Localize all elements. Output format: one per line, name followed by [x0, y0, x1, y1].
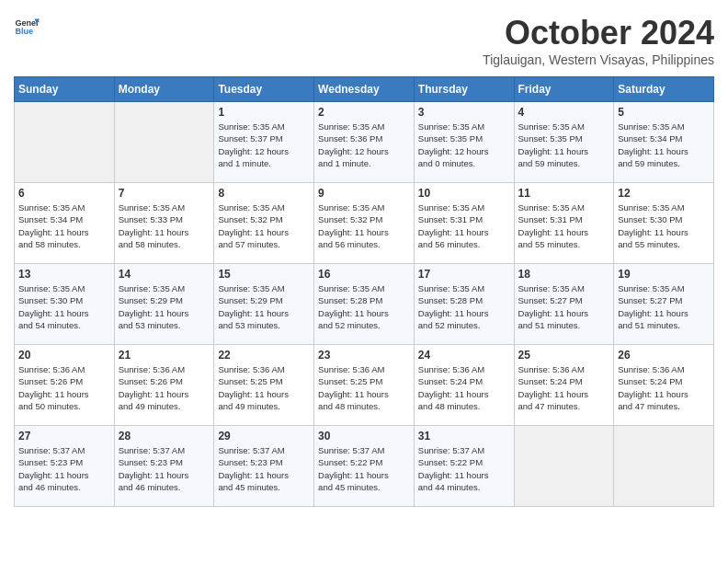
- day-cell: 3Sunrise: 5:35 AM Sunset: 5:35 PM Daylig…: [414, 102, 514, 183]
- day-number: 19: [618, 268, 710, 281]
- day-cell: [614, 426, 714, 507]
- day-cell: 12Sunrise: 5:35 AM Sunset: 5:30 PM Dayli…: [614, 183, 714, 264]
- week-row-0: 1Sunrise: 5:35 AM Sunset: 5:37 PM Daylig…: [15, 102, 714, 183]
- day-number: 1: [218, 106, 310, 119]
- header-cell-tuesday: Tuesday: [214, 77, 314, 102]
- day-cell: 13Sunrise: 5:35 AM Sunset: 5:30 PM Dayli…: [15, 264, 115, 345]
- day-cell: [114, 102, 214, 183]
- day-cell: 28Sunrise: 5:37 AM Sunset: 5:23 PM Dayli…: [114, 426, 214, 507]
- day-cell: 6Sunrise: 5:35 AM Sunset: 5:34 PM Daylig…: [15, 183, 115, 264]
- day-number: 5: [618, 106, 710, 119]
- day-number: 3: [418, 106, 510, 119]
- day-cell: 2Sunrise: 5:35 AM Sunset: 5:36 PM Daylig…: [314, 102, 415, 183]
- day-info: Sunrise: 5:37 AM Sunset: 5:23 PM Dayligh…: [18, 444, 110, 493]
- day-info: Sunrise: 5:35 AM Sunset: 5:28 PM Dayligh…: [318, 282, 410, 331]
- day-cell: 30Sunrise: 5:37 AM Sunset: 5:22 PM Dayli…: [314, 426, 415, 507]
- day-info: Sunrise: 5:35 AM Sunset: 5:27 PM Dayligh…: [518, 282, 610, 331]
- day-number: 22: [218, 349, 310, 362]
- day-cell: 4Sunrise: 5:35 AM Sunset: 5:35 PM Daylig…: [514, 102, 614, 183]
- day-number: 27: [18, 430, 110, 442]
- calendar-table: SundayMondayTuesdayWednesdayThursdayFrid…: [14, 76, 714, 507]
- day-info: Sunrise: 5:36 AM Sunset: 5:24 PM Dayligh…: [418, 363, 510, 412]
- day-cell: 7Sunrise: 5:35 AM Sunset: 5:33 PM Daylig…: [114, 183, 214, 264]
- day-cell: 29Sunrise: 5:37 AM Sunset: 5:23 PM Dayli…: [214, 426, 314, 507]
- day-cell: 17Sunrise: 5:35 AM Sunset: 5:28 PM Dayli…: [414, 264, 514, 345]
- calendar-header: SundayMondayTuesdayWednesdayThursdayFrid…: [15, 77, 714, 102]
- day-number: 26: [618, 349, 710, 362]
- day-number: 11: [518, 187, 610, 200]
- header-row: SundayMondayTuesdayWednesdayThursdayFrid…: [15, 77, 714, 102]
- day-number: 28: [119, 430, 210, 442]
- day-cell: 23Sunrise: 5:36 AM Sunset: 5:25 PM Dayli…: [314, 345, 415, 426]
- day-info: Sunrise: 5:36 AM Sunset: 5:26 PM Dayligh…: [119, 363, 210, 412]
- day-info: Sunrise: 5:35 AM Sunset: 5:32 PM Dayligh…: [218, 201, 310, 250]
- week-row-2: 13Sunrise: 5:35 AM Sunset: 5:30 PM Dayli…: [15, 264, 714, 345]
- day-info: Sunrise: 5:35 AM Sunset: 5:35 PM Dayligh…: [418, 121, 510, 169]
- day-info: Sunrise: 5:35 AM Sunset: 5:29 PM Dayligh…: [119, 282, 210, 331]
- header-cell-sunday: Sunday: [15, 77, 115, 102]
- header-cell-saturday: Saturday: [614, 77, 714, 102]
- day-cell: 26Sunrise: 5:36 AM Sunset: 5:24 PM Dayli…: [614, 345, 714, 426]
- week-row-4: 27Sunrise: 5:37 AM Sunset: 5:23 PM Dayli…: [15, 426, 714, 507]
- day-cell: 27Sunrise: 5:37 AM Sunset: 5:23 PM Dayli…: [15, 426, 115, 507]
- day-info: Sunrise: 5:35 AM Sunset: 5:30 PM Dayligh…: [18, 282, 110, 331]
- day-number: 13: [18, 268, 110, 281]
- day-number: 10: [418, 187, 510, 200]
- day-info: Sunrise: 5:37 AM Sunset: 5:22 PM Dayligh…: [318, 444, 410, 493]
- logo: General Blue: [14, 14, 40, 40]
- day-info: Sunrise: 5:36 AM Sunset: 5:24 PM Dayligh…: [618, 363, 710, 412]
- day-info: Sunrise: 5:37 AM Sunset: 5:22 PM Dayligh…: [418, 444, 510, 493]
- day-number: 20: [18, 349, 110, 362]
- subtitle: Tiglauigan, Western Visayas, Philippines: [483, 52, 714, 67]
- day-info: Sunrise: 5:36 AM Sunset: 5:25 PM Dayligh…: [318, 363, 410, 412]
- day-cell: 11Sunrise: 5:35 AM Sunset: 5:31 PM Dayli…: [514, 183, 614, 264]
- week-row-1: 6Sunrise: 5:35 AM Sunset: 5:34 PM Daylig…: [15, 183, 714, 264]
- svg-text:Blue: Blue: [15, 27, 33, 36]
- day-number: 21: [119, 349, 210, 362]
- day-info: Sunrise: 5:35 AM Sunset: 5:30 PM Dayligh…: [618, 201, 710, 250]
- header-cell-wednesday: Wednesday: [314, 77, 415, 102]
- day-cell: 14Sunrise: 5:35 AM Sunset: 5:29 PM Dayli…: [114, 264, 214, 345]
- day-info: Sunrise: 5:35 AM Sunset: 5:28 PM Dayligh…: [418, 282, 510, 331]
- day-number: 15: [218, 268, 310, 281]
- day-cell: 5Sunrise: 5:35 AM Sunset: 5:34 PM Daylig…: [614, 102, 714, 183]
- day-info: Sunrise: 5:35 AM Sunset: 5:34 PM Dayligh…: [618, 121, 710, 169]
- day-info: Sunrise: 5:35 AM Sunset: 5:35 PM Dayligh…: [518, 121, 610, 169]
- day-info: Sunrise: 5:36 AM Sunset: 5:24 PM Dayligh…: [518, 363, 610, 412]
- header-cell-friday: Friday: [514, 77, 614, 102]
- day-cell: 1Sunrise: 5:35 AM Sunset: 5:37 PM Daylig…: [214, 102, 314, 183]
- day-number: 12: [618, 187, 710, 200]
- day-number: 23: [318, 349, 410, 362]
- day-number: 18: [518, 268, 610, 281]
- day-info: Sunrise: 5:35 AM Sunset: 5:36 PM Dayligh…: [318, 121, 410, 169]
- day-info: Sunrise: 5:35 AM Sunset: 5:29 PM Dayligh…: [218, 282, 310, 331]
- day-info: Sunrise: 5:35 AM Sunset: 5:33 PM Dayligh…: [119, 201, 210, 250]
- page-header: General Blue October 2024 Tiglauigan, We…: [14, 14, 714, 67]
- day-info: Sunrise: 5:35 AM Sunset: 5:37 PM Dayligh…: [218, 121, 310, 169]
- day-number: 9: [318, 187, 410, 200]
- day-cell: 16Sunrise: 5:35 AM Sunset: 5:28 PM Dayli…: [314, 264, 415, 345]
- day-cell: 15Sunrise: 5:35 AM Sunset: 5:29 PM Dayli…: [214, 264, 314, 345]
- day-cell: 18Sunrise: 5:35 AM Sunset: 5:27 PM Dayli…: [514, 264, 614, 345]
- day-info: Sunrise: 5:35 AM Sunset: 5:32 PM Dayligh…: [318, 201, 410, 250]
- day-number: 6: [18, 187, 110, 200]
- day-number: 8: [218, 187, 310, 200]
- title-block: October 2024 Tiglauigan, Western Visayas…: [483, 14, 714, 67]
- day-number: 31: [418, 430, 510, 442]
- day-cell: 25Sunrise: 5:36 AM Sunset: 5:24 PM Dayli…: [514, 345, 614, 426]
- day-number: 24: [418, 349, 510, 362]
- day-cell: 31Sunrise: 5:37 AM Sunset: 5:22 PM Dayli…: [414, 426, 514, 507]
- day-number: 2: [318, 106, 410, 119]
- day-cell: 21Sunrise: 5:36 AM Sunset: 5:26 PM Dayli…: [114, 345, 214, 426]
- day-number: 4: [518, 106, 610, 119]
- day-info: Sunrise: 5:36 AM Sunset: 5:25 PM Dayligh…: [218, 363, 310, 412]
- day-info: Sunrise: 5:37 AM Sunset: 5:23 PM Dayligh…: [218, 444, 310, 493]
- day-info: Sunrise: 5:35 AM Sunset: 5:27 PM Dayligh…: [618, 282, 710, 331]
- day-number: 25: [518, 349, 610, 362]
- header-cell-monday: Monday: [114, 77, 214, 102]
- day-cell: 20Sunrise: 5:36 AM Sunset: 5:26 PM Dayli…: [15, 345, 115, 426]
- day-cell: 10Sunrise: 5:35 AM Sunset: 5:31 PM Dayli…: [414, 183, 514, 264]
- calendar-body: 1Sunrise: 5:35 AM Sunset: 5:37 PM Daylig…: [15, 102, 714, 507]
- day-cell: [514, 426, 614, 507]
- week-row-3: 20Sunrise: 5:36 AM Sunset: 5:26 PM Dayli…: [15, 345, 714, 426]
